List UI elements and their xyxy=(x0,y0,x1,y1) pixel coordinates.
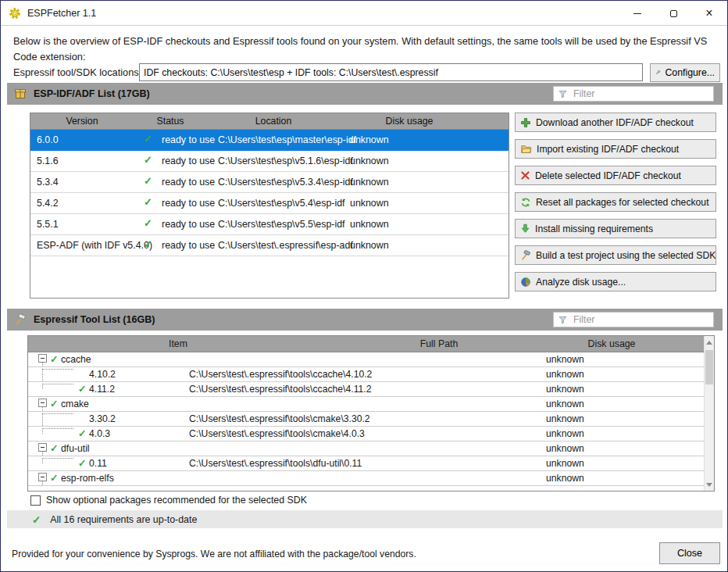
column-header-item[interactable]: Item xyxy=(169,338,187,349)
check-icon: ✓ xyxy=(50,442,58,454)
scroll-up-arrow[interactable] xyxy=(705,337,714,348)
filter-funnel-icon xyxy=(558,89,568,99)
check-icon: ✓ xyxy=(50,398,58,409)
folder-open-icon xyxy=(520,144,532,155)
package-icon xyxy=(14,88,27,100)
show-optional-label: Show optional packages recommended for t… xyxy=(46,495,307,506)
tree-row[interactable]: ✓ dfu-util unknown xyxy=(28,442,705,456)
app-window: ESPFetcher 1.1 × Below is the overview o… xyxy=(0,0,728,572)
check-icon: ✓ xyxy=(144,238,152,250)
tools-section-title: Espressif Tool List (16GB) xyxy=(34,314,155,325)
locations-label: Espressif tool/SDK locations: xyxy=(13,66,141,78)
idf-section-header: ESP-IDF/ADF List (17GB) xyxy=(7,83,723,105)
check-icon: ✓ xyxy=(78,427,86,439)
check-icon: ✓ xyxy=(78,383,86,395)
idf-table: Version Status Location Disk usage 6.0.0… xyxy=(30,113,509,299)
column-header-disk-usage[interactable]: Disk usage xyxy=(386,116,434,127)
table-row[interactable]: ESP-ADF (with IDF v5.4.0) ✓ ready to use… xyxy=(30,235,509,256)
tree-expander[interactable] xyxy=(38,399,47,407)
tree-expander[interactable] xyxy=(38,473,47,481)
close-icon: × xyxy=(705,7,712,20)
tools-filter-box xyxy=(553,312,714,327)
close-button[interactable]: Close xyxy=(659,542,720,564)
scrollbar-thumb[interactable] xyxy=(705,350,713,384)
check-icon: ✓ xyxy=(78,457,86,469)
tree-row[interactable]: ✓ 4.10.2 C:\Users\test\.espressif\tools\… xyxy=(28,367,705,382)
title-bar: ESPFetcher 1.1 × xyxy=(1,1,727,26)
column-header-full-path[interactable]: Full Path xyxy=(420,338,459,349)
locations-input[interactable] xyxy=(139,63,643,81)
tools-table-header: Item Full Path Disk usage xyxy=(28,336,705,352)
idf-actions: Download another IDF/ADF checkout Import… xyxy=(515,113,716,299)
maximize-icon xyxy=(670,10,677,17)
check-icon: ✓ xyxy=(144,133,152,145)
app-gear-icon xyxy=(9,7,21,20)
intro-text: Below is the overview of ESP-IDF checkou… xyxy=(13,34,715,65)
tree-row[interactable]: ✓ 4.0.3 C:\Users\test\.espressif\tools\c… xyxy=(28,427,705,442)
analyze-disk-usage-button[interactable]: Analyze disk usage... xyxy=(515,272,716,291)
configure-label: Configure... xyxy=(665,67,715,78)
table-row[interactable]: 5.5.1 ✓ ready to use C:\Users\test\esp\v… xyxy=(30,214,509,235)
check-icon: ✓ xyxy=(144,217,152,229)
hammer-icon xyxy=(14,313,27,326)
maximize-button[interactable] xyxy=(655,1,691,26)
configure-button[interactable]: Configure... xyxy=(650,63,720,82)
table-row[interactable]: 6.0.0 ✓ ready to use C:\Users\test\esp\m… xyxy=(30,130,509,151)
column-header-disk-usage[interactable]: Disk usage xyxy=(588,338,636,349)
build-test-project-button[interactable]: Build a test project using the selected … xyxy=(515,245,716,265)
hammer-icon xyxy=(520,250,531,261)
idf-filter-box xyxy=(553,86,714,102)
tree-row[interactable]: ✓ esp-rom-elfs unknown xyxy=(28,471,705,486)
tree-expander[interactable] xyxy=(38,443,47,452)
tree-row[interactable]: ✓ 4.11.2 C:\Users\test\.espressif\tools\… xyxy=(28,382,705,397)
window-title: ESPFetcher 1.1 xyxy=(27,8,96,19)
check-icon: ✓ xyxy=(144,175,152,187)
vertical-scrollbar[interactable] xyxy=(704,336,714,491)
table-row[interactable]: 5.1.6 ✓ ready to use C:\Users\test\esp\v… xyxy=(30,151,509,172)
download-arrow-icon xyxy=(520,223,530,234)
minimize-icon xyxy=(633,13,641,14)
tree-row[interactable]: ✓ ccache unknown xyxy=(28,352,705,367)
status-text: All 16 requirements are up-to-date xyxy=(50,514,197,525)
delete-checkout-button[interactable]: Delete selected IDF/ADF checkout xyxy=(515,166,716,185)
reset-packages-button[interactable]: Reset all packages for selected checkout xyxy=(515,192,716,212)
column-header-location[interactable]: Location xyxy=(255,116,292,127)
import-checkout-button[interactable]: Import existing IDF/ADF checkout xyxy=(515,139,716,159)
idf-section-title: ESP-IDF/ADF List (17GB) xyxy=(34,88,150,99)
requirements-status-bar: ✓ All 16 requirements are up-to-date xyxy=(7,510,723,528)
tools-filter-input[interactable] xyxy=(572,313,713,326)
vendor-note: Provided for your convenience by Sysprog… xyxy=(12,549,416,559)
wrench-icon xyxy=(655,67,661,78)
show-optional-checkbox[interactable] xyxy=(30,495,41,506)
tree-row[interactable]: ✓ 3.30.2 C:\Users\test\.espressif\tools\… xyxy=(28,412,705,427)
check-icon: ✓ xyxy=(50,472,58,484)
tree-row[interactable]: ✓ cmake unknown xyxy=(28,397,705,412)
filter-funnel-icon xyxy=(558,315,568,325)
idf-table-header: Version Status Location Disk usage xyxy=(30,113,509,130)
download-checkout-button[interactable]: Download another IDF/ADF checkout xyxy=(515,113,716,132)
table-row[interactable]: 5.4.2 ✓ ready to use C:\Users\test\esp\v… xyxy=(30,193,509,214)
check-icon: ✓ xyxy=(50,353,58,365)
column-header-version[interactable]: Version xyxy=(66,116,98,127)
tools-section-header: Espressif Tool List (16GB) xyxy=(7,309,723,331)
show-optional-row: Show optional packages recommended for t… xyxy=(30,495,307,506)
tree-row[interactable]: ✓ 0.11 C:\Users\test\.espressif\tools\df… xyxy=(28,456,705,471)
pie-chart-icon xyxy=(520,277,531,288)
install-requirements-button[interactable]: Install missing requirements xyxy=(515,219,716,238)
plus-icon xyxy=(520,117,531,128)
table-row[interactable]: 5.3.4 ✓ ready to use C:\Users\test\esp\v… xyxy=(30,172,509,193)
refresh-icon xyxy=(520,197,531,208)
check-icon: ✓ xyxy=(32,513,41,526)
minimize-button[interactable] xyxy=(619,1,655,26)
close-window-button[interactable]: × xyxy=(691,1,727,26)
scroll-down-arrow[interactable] xyxy=(705,479,714,490)
delete-x-icon xyxy=(520,170,530,181)
check-icon: ✓ xyxy=(144,196,152,208)
tree-expander[interactable] xyxy=(38,354,47,363)
tools-table: Item Full Path Disk usage ✓ ccache unkno… xyxy=(27,335,715,492)
column-header-status[interactable]: Status xyxy=(157,116,184,127)
check-icon: ✓ xyxy=(144,154,152,166)
idf-filter-input[interactable] xyxy=(572,88,713,100)
